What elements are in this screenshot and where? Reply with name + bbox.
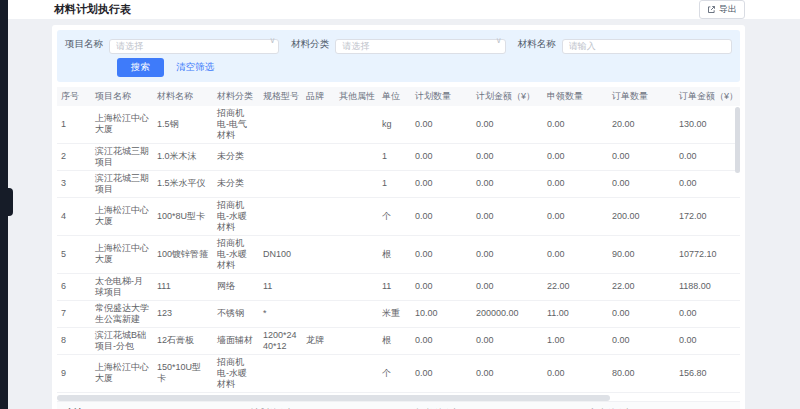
column-header: 单位 <box>378 87 411 106</box>
table-cell: 0.00 <box>543 106 608 144</box>
table-cell: 0.00 <box>411 354 472 392</box>
table-cell: 156.80 <box>675 354 740 392</box>
table-cell <box>302 354 335 392</box>
table-cell <box>302 273 335 300</box>
table-cell: 上海松江中心大厦 <box>91 197 153 235</box>
table-cell: 7 <box>57 300 91 327</box>
table-cell: 网络 <box>213 273 259 300</box>
table-cell: 100镀锌管箍 <box>153 235 213 273</box>
table-cell: 0.00 <box>675 170 740 197</box>
table-body: 1上海松江中心大厦1.5钢招商机电-电气材料kg0.000.000.0020.0… <box>57 106 740 393</box>
table-cell: DN100 <box>259 235 302 273</box>
table-cell: 0.00 <box>411 235 472 273</box>
table-cell <box>302 106 335 144</box>
table-cell: 4 <box>57 197 91 235</box>
column-header: 计划数量 <box>411 87 472 106</box>
table-row: 3滨江花城三期项目1.5米水平仪未分类10.000.000.000.000.00 <box>57 170 740 197</box>
table-cell: 不锈钢 <box>213 300 259 327</box>
table-cell: 22.00 <box>543 273 608 300</box>
table-cell: 11.00 <box>543 300 608 327</box>
table-header-row: 序号项目名称材料名称材料分类规格型号品牌其他属性单位计划数量计划金额（¥）申领数… <box>57 87 740 106</box>
table-cell: 200000.00 <box>472 300 543 327</box>
table-row: 1上海松江中心大厦1.5钢招商机电-电气材料kg0.000.000.0020.0… <box>57 106 740 144</box>
table-cell: 招商机电-水暖材料 <box>213 197 259 235</box>
table-cell: 根 <box>378 327 411 354</box>
table-cell: kg <box>378 106 411 144</box>
table-row: 4上海松江中心大厦100*8U型卡招商机电-水暖材料个0.000.000.002… <box>57 197 740 235</box>
table-cell: 上海松江中心大厦 <box>91 106 153 144</box>
table-cell: 常倪盛达大学生公寓新建 <box>91 300 153 327</box>
column-header: 订单金额（¥） <box>675 87 740 106</box>
project-select-input[interactable] <box>109 39 279 54</box>
table-cell: 0.00 <box>472 143 543 170</box>
table-cell: 上海松江中心大厦 <box>91 354 153 392</box>
collapsed-sidebar[interactable] <box>0 0 8 409</box>
material-name-field[interactable] <box>562 35 732 54</box>
table-cell: 0.00 <box>608 143 675 170</box>
table-cell <box>302 300 335 327</box>
table-cell: 1 <box>378 170 411 197</box>
table-cell: 1.5钢 <box>153 106 213 144</box>
material-name-input[interactable] <box>562 39 732 54</box>
table-row: 2滨江花城三期项目1.0米木沫未分类10.000.000.000.000.00 <box>57 143 740 170</box>
table-cell <box>335 170 378 197</box>
table-cell: 0.00 <box>543 170 608 197</box>
table-cell <box>335 327 378 354</box>
project-select[interactable]: ∨ <box>109 35 279 54</box>
table-cell <box>302 235 335 273</box>
table-cell: 招商机电-水暖材料 <box>213 354 259 392</box>
column-header: 订单数量 <box>608 87 675 106</box>
table-cell: 9 <box>57 354 91 392</box>
table-cell: 10.00 <box>411 300 472 327</box>
export-icon <box>707 5 716 14</box>
filter-panel: 项目名称 ∨ 材料分类 ∨ 材料名称 <box>57 30 740 82</box>
table-cell: 3 <box>57 170 91 197</box>
column-header: 其他属性 <box>335 87 378 106</box>
table-cell: 22.00 <box>608 273 675 300</box>
table-cell <box>335 354 378 392</box>
table-cell: 123 <box>153 300 213 327</box>
content-card: 项目名称 ∨ 材料分类 ∨ 材料名称 <box>52 25 745 409</box>
table-cell <box>259 197 302 235</box>
table-cell: 根 <box>378 235 411 273</box>
table-cell: 1.00 <box>543 327 608 354</box>
table-cell: 90.00 <box>608 235 675 273</box>
table-cell: 0.00 <box>411 106 472 144</box>
table-cell: 0.00 <box>411 170 472 197</box>
table-cell: * <box>259 300 302 327</box>
table-cell: 未分类 <box>213 170 259 197</box>
table-cell: 个 <box>378 197 411 235</box>
export-button[interactable]: 导出 <box>699 0 745 19</box>
search-button[interactable]: 搜索 <box>117 58 164 77</box>
table-cell: 10772.10 <box>675 235 740 273</box>
table-cell: 130.00 <box>675 106 740 144</box>
table-cell: 米重 <box>378 300 411 327</box>
category-filter-group: 材料分类 ∨ <box>291 35 505 54</box>
table-cell: 200.00 <box>608 197 675 235</box>
table-cell: 滨江花城三期项目 <box>91 143 153 170</box>
table-cell <box>259 143 302 170</box>
table-cell: 0.00 <box>472 235 543 273</box>
table-cell <box>259 106 302 144</box>
sidebar-toggle-handle[interactable] <box>0 188 13 216</box>
table-cell <box>259 354 302 392</box>
table-cell: 上海松江中心大厦 <box>91 235 153 273</box>
category-select-input[interactable] <box>335 39 505 54</box>
material-filter-label: 材料名称 <box>518 38 556 51</box>
table-cell: 招商机电-水暖材料 <box>213 235 259 273</box>
top-bar: 材料计划执行表 导出 <box>8 0 800 19</box>
table-row: 7常倪盛达大学生公寓新建123不锈钢*米重10.00200000.0011.00… <box>57 300 740 327</box>
table-cell: 0.00 <box>411 143 472 170</box>
clear-filters-button[interactable]: 清空筛选 <box>176 61 214 74</box>
table-cell <box>335 197 378 235</box>
table-cell: 滨江花城三期项目 <box>91 170 153 197</box>
table-cell: 0.00 <box>543 143 608 170</box>
table-row: 5上海松江中心大厦100镀锌管箍招商机电-水暖材料DN100根0.000.000… <box>57 235 740 273</box>
main-area: 材料计划执行表 导出 项目名称 ∨ 材料分类 <box>8 0 800 409</box>
table-cell: 150*10U型卡 <box>153 354 213 392</box>
vertical-scrollbar[interactable] <box>735 107 740 173</box>
page-title: 材料计划执行表 <box>54 2 131 17</box>
category-select[interactable]: ∨ <box>335 35 505 54</box>
table-cell: 0.00 <box>608 300 675 327</box>
table-cell <box>302 170 335 197</box>
